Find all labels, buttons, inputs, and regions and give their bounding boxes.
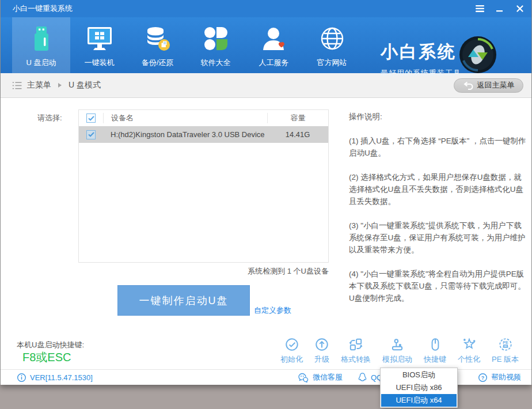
qq-penguin-icon	[358, 372, 367, 383]
back-arrow-icon	[463, 81, 473, 90]
instruction-step-1: (1) 插入U盘，右下角选择 “PE版本” ，点击一键制作启动U盘。	[349, 135, 526, 159]
star-burst-icon	[462, 336, 477, 353]
close-button[interactable]	[515, 4, 525, 13]
pe-version-icon: PE	[498, 336, 513, 353]
nav-label: U 盘启动	[26, 58, 56, 68]
nav-item-software-center[interactable]: 软件大全	[187, 17, 245, 73]
nav-item-backup-restore[interactable]: 备份/还原	[128, 17, 187, 73]
tool-pe-version[interactable]: PE PE 版本	[486, 336, 525, 365]
question-icon: ?	[478, 373, 488, 383]
apps-clover-icon	[203, 24, 229, 53]
checkmark-icon	[88, 132, 94, 137]
brand: 小白系统 最好用的系统重装工具	[381, 40, 461, 78]
tool-format-convert[interactable]: 格式转换	[335, 336, 377, 365]
hamburger-icon	[476, 5, 484, 12]
instruction-step-4: (4) "小白一键重装系统"将全程自动为用户提供PE版本下载及系统下载至U盘，只…	[349, 268, 526, 304]
mouse-icon	[428, 336, 443, 353]
usb-drive-icon	[30, 24, 53, 53]
bottom-utility-row: 本机U盘启动快捷键: F8或ESC 初始化 升级	[1, 332, 531, 369]
support-person-icon	[261, 24, 287, 53]
select-all-checkbox[interactable]	[86, 113, 96, 123]
custom-params-link[interactable]: 自定义参数	[254, 305, 291, 316]
device-checkbox[interactable]	[86, 130, 96, 139]
joystick-icon	[390, 336, 405, 353]
nav-item-human-support[interactable]: 人工服务	[245, 17, 303, 73]
column-header-device-name: 设备名	[103, 113, 267, 123]
instruction-step-2: (2) 选择格式化方式，如果用户想保存U盘数据，就选择格式化U盘且不丢失数据，否…	[349, 171, 526, 207]
nav-label: 一键装机	[85, 58, 115, 68]
navbar: U 盘启动 一键装机	[1, 17, 531, 73]
minimize-button[interactable]	[495, 4, 504, 13]
device-table-header: 设备名 容量	[79, 110, 328, 126]
device-table: 设备名 容量 H:(hd2)Kingston DataTraveler 3.0 …	[78, 109, 329, 263]
svg-text:PE: PE	[503, 340, 508, 344]
svg-text:?: ?	[481, 374, 484, 380]
titlebar: 小白一键重装系统	[1, 0, 531, 17]
nav-label: 人工服务	[259, 58, 289, 68]
close-icon	[516, 5, 523, 12]
monitor-icon	[86, 24, 113, 53]
tool-label: 快捷键	[424, 354, 446, 365]
tool-label: 个性化	[458, 354, 480, 365]
list-icon	[12, 82, 22, 89]
tool-label: 模拟启动	[382, 354, 412, 365]
tool-upgrade[interactable]: 升级	[309, 336, 335, 365]
window-title: 小白一键重装系统	[13, 3, 73, 14]
tool-personalize[interactable]: 个性化	[452, 336, 486, 365]
wechat-label: 微信客服	[313, 372, 343, 383]
instructions-panel: 操作说明: (1) 插入U盘，右下角选择 “PE版本” ，点击一键制作启动U盘。…	[349, 111, 526, 304]
nav-label: 备份/还原	[142, 58, 174, 68]
menu-item-uefi-x64[interactable]: UEFI启动 x64	[381, 394, 457, 407]
tool-initialize[interactable]: 初始化	[275, 336, 309, 365]
version-info: VER[11.5.47.1530]	[17, 370, 93, 385]
brand-slogan: 最好用的系统重装工具	[381, 68, 461, 78]
brand-logo-icon	[459, 36, 497, 74]
nav-item-one-click-install[interactable]: 一键装机	[70, 17, 128, 73]
checkmark-icon	[88, 116, 94, 121]
minimize-icon	[496, 5, 503, 13]
app: 小白一键重装系统	[0, 0, 532, 409]
toolbar: 初始化 升级 格式转换	[275, 336, 525, 365]
main-content: 请选择: 设备名 容量	[1, 98, 531, 332]
nav-item-usb-boot[interactable]: U 盘启动	[12, 17, 70, 73]
format-convert-icon	[348, 336, 363, 353]
tool-label: 初始化	[280, 354, 303, 365]
globe-icon	[319, 24, 345, 53]
nav-label: 软件大全	[201, 58, 231, 68]
brand-name: 小白系统	[381, 40, 461, 64]
tool-label: PE 版本	[492, 354, 519, 365]
qq-group-link[interactable]: QQ	[358, 370, 382, 385]
device-capacity-cell: 14.41G	[267, 130, 328, 140]
nav-item-official-website[interactable]: 官方网站	[303, 17, 361, 73]
hotkey-label: 本机U盘启动快捷键:	[17, 340, 84, 350]
make-boot-usb-button[interactable]: 一键制作启动U盘	[117, 285, 250, 316]
device-name-cell: H:(hd2)Kingston DataTraveler 3.0 USB Dev…	[103, 130, 267, 140]
menu-button[interactable]	[475, 4, 484, 13]
device-row[interactable]: H:(hd2)Kingston DataTraveler 3.0 USB Dev…	[79, 126, 328, 143]
init-check-circle-icon	[284, 336, 299, 353]
back-button-label: 返回主菜单	[477, 80, 515, 90]
menu-item-uefi-x86[interactable]: UEFI启动 x86	[381, 381, 457, 394]
breadcrumb-main-menu[interactable]: 主菜单	[27, 80, 51, 90]
breadcrumb-current: U 盘模式	[69, 80, 101, 90]
detection-status-text: 系统检测到 1 个U盘设备	[78, 266, 329, 277]
nav-label: 官方网站	[317, 58, 347, 68]
tool-simulate-boot[interactable]: 模拟启动	[377, 336, 418, 365]
wechat-support-link[interactable]: 微信客服	[298, 370, 343, 385]
menu-item-bios-boot[interactable]: BIOS启动	[381, 369, 457, 381]
instruction-step-3: (3) "小白一键重装系统"提供系统下载，为用户下载系统保存至U盘，保证用户有系…	[349, 219, 526, 256]
breadcrumb-arrow-icon	[58, 83, 62, 88]
tool-label: 升级	[314, 354, 329, 365]
tool-label: 格式转换	[341, 354, 371, 365]
tool-hotkeys[interactable]: 快捷键	[418, 336, 452, 365]
help-label: 帮助视频	[491, 372, 521, 383]
wechat-icon	[298, 373, 309, 383]
version-text: VER[11.5.47.1530]	[30, 373, 93, 382]
select-prompt-label: 请选择:	[37, 113, 62, 123]
column-header-capacity: 容量	[267, 113, 328, 123]
info-icon	[17, 373, 26, 383]
window-controls	[475, 4, 525, 13]
back-to-main-menu-button[interactable]: 返回主菜单	[454, 78, 523, 93]
help-video-link[interactable]: ? 帮助视频	[478, 370, 521, 385]
hotkey-value: F8或ESC	[22, 350, 71, 365]
